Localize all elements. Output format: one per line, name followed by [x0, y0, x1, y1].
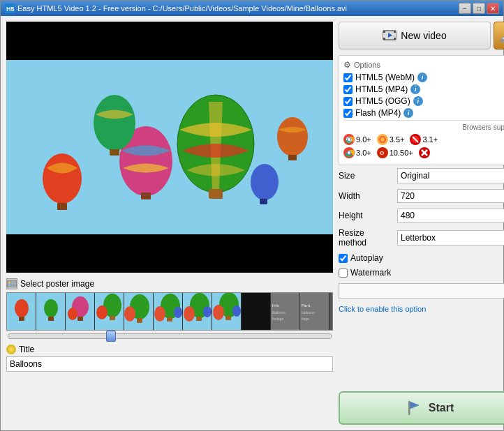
svg-rect-16 — [260, 199, 267, 204]
browser-row-2: 3.0+ O 10.50+ — [343, 147, 504, 158]
close-button[interactable]: ✕ — [487, 3, 499, 14]
title-input[interactable]: Balloons — [6, 356, 333, 372]
html5-ogg-info-icon[interactable]: i — [413, 96, 423, 106]
slider-row — [6, 333, 333, 339]
html5-mp4-row: HTML5 (MP4) i — [343, 84, 504, 94]
flash-mp4-label: Flash (MP4) — [355, 108, 401, 118]
settings-button[interactable] — [494, 22, 504, 50]
poster-thumb-9[interactable] — [242, 293, 271, 330]
autoplay-checkbox[interactable] — [339, 254, 348, 263]
window-controls: − □ ✕ — [459, 3, 499, 14]
svg-rect-14 — [110, 149, 119, 156]
html5-ogg-checkbox[interactable] — [343, 97, 353, 106]
flag-icon — [406, 400, 423, 416]
svg-rect-10 — [141, 192, 151, 199]
html5-mp4-checkbox[interactable] — [343, 85, 353, 94]
height-input[interactable] — [397, 209, 504, 222]
browser-chrome-2: 3.0+ — [343, 147, 371, 158]
options-title: ⚙ Options — [343, 60, 504, 70]
title-label: Title — [19, 345, 34, 354]
svg-point-83 — [348, 151, 350, 154]
title-section: Title Balloons — [6, 345, 333, 372]
browsers-title: Browsers support — [343, 123, 504, 131]
svg-point-29 — [68, 308, 77, 320]
svg-point-7 — [43, 153, 82, 204]
bulb-icon — [6, 345, 16, 354]
new-video-button[interactable]: New video — [339, 22, 491, 50]
svg-rect-48 — [196, 317, 202, 321]
size-label: Size — [339, 171, 394, 181]
flash-mp4-checkbox[interactable] — [343, 109, 353, 118]
poster-thumb-8[interactable] — [212, 293, 242, 330]
minimize-button[interactable]: − — [459, 3, 471, 14]
svg-rect-26 — [48, 317, 54, 321]
svg-point-25 — [44, 299, 58, 317]
svg-text:H5: H5 — [6, 6, 15, 13]
poster-label-row: Select poster image — [6, 278, 333, 289]
resize-label: Resize method — [339, 228, 394, 248]
poster-thumb-6[interactable] — [154, 293, 183, 330]
svg-rect-23 — [19, 317, 24, 321]
watermark-row: Watermark — [339, 268, 504, 278]
opera-version-2: 10.50+ — [390, 149, 413, 157]
video-black-top — [6, 22, 333, 60]
chrome-version-1: 9.0+ — [356, 135, 371, 144]
size-select[interactable]: Original Custom — [397, 168, 504, 183]
poster-slider-thumb[interactable] — [106, 331, 116, 342]
poster-thumb-4[interactable] — [95, 293, 124, 330]
start-button[interactable]: Start — [339, 391, 504, 425]
poster-thumb-text1[interactable]: InfoBalloonsfootage — [271, 293, 300, 330]
poster-thumb-3[interactable] — [66, 293, 95, 330]
poster-thumb-2[interactable] — [36, 293, 66, 330]
chrome-icon-1 — [343, 134, 355, 145]
poster-slider-track[interactable] — [8, 333, 332, 339]
poster-thumb-1[interactable] — [7, 293, 36, 330]
window-title: Easy HTML5 Video 1.2 - Free version - C:… — [17, 4, 459, 13]
svg-point-15 — [251, 164, 279, 200]
width-input[interactable] — [397, 189, 504, 203]
svg-text:footage: footage — [272, 317, 284, 321]
svg-point-74 — [348, 138, 350, 141]
svg-rect-68 — [394, 38, 396, 40]
size-row: Size Original Custom — [339, 168, 504, 183]
title-label-row: Title — [6, 345, 333, 354]
autoplay-label: Autoplay — [350, 253, 383, 263]
opera-icon-2: O — [377, 147, 388, 158]
html5-webm-info-icon[interactable]: i — [417, 73, 427, 82]
svg-text:Balloons: Balloons — [272, 311, 286, 315]
watermark-input[interactable] — [339, 283, 504, 298]
svg-text:Firm.: Firm. — [302, 303, 311, 308]
svg-point-42 — [174, 307, 182, 318]
poster-strip[interactable]: InfoBalloonsfootage Firm.balloonsitage — [6, 292, 333, 331]
svg-point-47 — [203, 306, 212, 317]
poster-label: Select poster image — [20, 279, 94, 289]
maximize-button[interactable]: □ — [473, 3, 485, 14]
browser-firefox-1: 3.5+ — [377, 134, 405, 145]
resize-select[interactable]: Letterbox Crop Stretch — [397, 230, 504, 245]
svg-rect-43 — [167, 317, 172, 322]
svg-rect-53 — [225, 316, 231, 320]
html5-webm-checkbox[interactable] — [343, 73, 353, 82]
html5-ogg-row: HTML5 (OGG) i — [343, 96, 504, 106]
options-gear-icon: ⚙ — [343, 60, 351, 70]
flash-mp4-info-icon[interactable]: i — [403, 108, 413, 118]
svg-point-70 — [501, 39, 504, 42]
html5-mp4-info-icon[interactable]: i — [410, 84, 420, 94]
click-enable-link[interactable]: Click to enable this option — [339, 305, 426, 313]
browsers-section: Browsers support 9.0+ — [343, 120, 504, 158]
html5-webm-label: HTML5 (WebM) — [355, 73, 415, 82]
width-row: Width ▲ ▼ — [339, 189, 504, 203]
svg-point-77 — [380, 137, 385, 142]
html5-mp4-label: HTML5 (MP4) — [355, 84, 408, 94]
autoplay-row: Autoplay — [339, 253, 504, 263]
poster-thumb-text2[interactable]: Firm.balloonsitage — [300, 293, 329, 330]
main-content: Select poster image — [1, 16, 503, 430]
watermark-checkbox[interactable] — [339, 269, 348, 278]
poster-thumb-7[interactable] — [183, 293, 212, 330]
svg-point-13 — [94, 95, 135, 151]
browser-chrome-1: 9.0+ — [343, 134, 371, 145]
poster-thumb-5[interactable] — [124, 293, 154, 330]
firefox-icon — [377, 134, 388, 145]
video-frame — [6, 60, 333, 234]
svg-rect-6 — [209, 189, 223, 199]
